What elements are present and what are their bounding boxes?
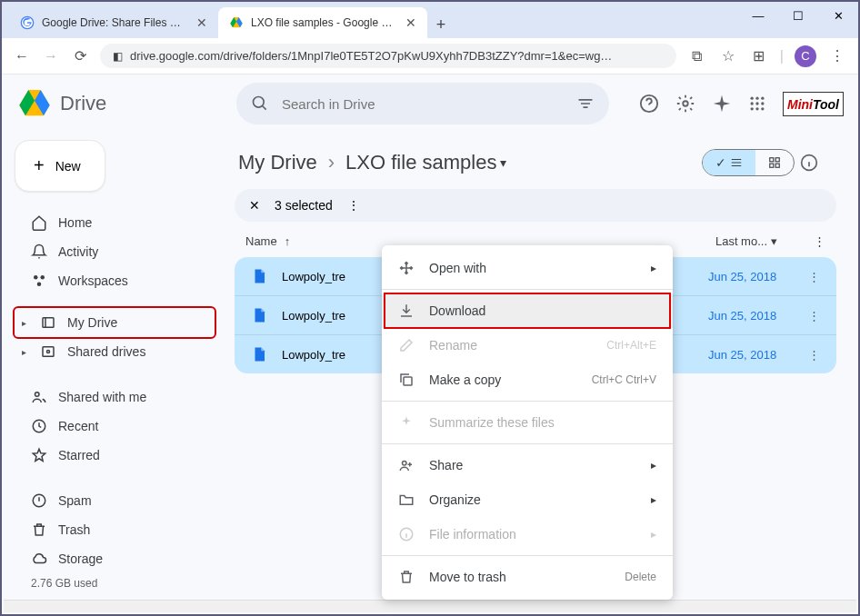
close-tab-icon[interactable]: ✕ bbox=[196, 15, 207, 30]
maximize-button[interactable]: ☐ bbox=[778, 2, 818, 29]
svg-point-6 bbox=[761, 97, 764, 100]
menu-share[interactable]: Share▸ bbox=[382, 448, 673, 482]
trash-icon bbox=[31, 522, 47, 538]
search-options-icon[interactable] bbox=[576, 94, 595, 113]
dropdown-caret-icon: ▾ bbox=[771, 234, 777, 248]
site-info-icon[interactable]: ◧ bbox=[113, 50, 123, 63]
search-bar[interactable] bbox=[236, 83, 609, 124]
minitool-logo: MiniTool bbox=[783, 92, 844, 116]
close-window-button[interactable]: ✕ bbox=[818, 2, 858, 29]
browser-tab-1[interactable]: LXO file samples - Google Drive ✕ bbox=[218, 7, 427, 38]
close-tab-icon[interactable]: ✕ bbox=[405, 15, 416, 30]
drive-icon bbox=[40, 314, 56, 331]
menu-open-with[interactable]: Open with▸ bbox=[382, 251, 673, 285]
help-icon[interactable] bbox=[639, 94, 659, 114]
svg-point-5 bbox=[755, 97, 758, 100]
share-icon bbox=[398, 457, 415, 473]
storage-used-text: 2.76 GB used bbox=[15, 577, 215, 590]
browser-menu-icon[interactable]: ⋮ bbox=[827, 47, 847, 65]
gemini-icon[interactable] bbox=[712, 94, 732, 114]
sidebar-item-storage[interactable]: Storage bbox=[15, 544, 215, 573]
search-input[interactable] bbox=[282, 96, 564, 112]
more-actions-icon[interactable]: ⋮ bbox=[347, 198, 360, 213]
svg-point-8 bbox=[755, 102, 758, 104]
sidebar-item-home[interactable]: Home bbox=[15, 208, 215, 237]
grid-view-button[interactable] bbox=[755, 150, 794, 175]
new-tab-button[interactable]: + bbox=[427, 15, 455, 38]
info-icon[interactable] bbox=[800, 154, 833, 172]
menu-rename: RenameCtrl+Alt+E bbox=[382, 328, 673, 363]
screen-share-icon[interactable]: ⧉ bbox=[687, 48, 707, 65]
selection-count: 3 selected bbox=[275, 198, 333, 213]
close-selection-icon[interactable]: ✕ bbox=[249, 198, 260, 213]
context-menu: Open with▸ Download RenameCtrl+Alt+E Mak… bbox=[382, 245, 673, 600]
svg-rect-17 bbox=[43, 347, 54, 357]
list-view-button[interactable]: ✓ bbox=[703, 150, 755, 175]
apps-icon[interactable] bbox=[748, 94, 766, 113]
tab-title: LXO file samples - Google Drive bbox=[251, 16, 398, 29]
col-last-modified[interactable]: Last mo...▾ bbox=[715, 234, 777, 248]
file-modified: Jun 25, 2018 bbox=[708, 309, 790, 323]
star-icon bbox=[31, 447, 47, 463]
row-more-icon[interactable]: ⋮ bbox=[808, 270, 820, 283]
menu-make-copy[interactable]: Make a copyCtrl+C Ctrl+V bbox=[382, 363, 673, 397]
file-name: Lowpoly_tre bbox=[282, 348, 373, 362]
minimize-button[interactable]: — bbox=[738, 2, 778, 29]
more-columns-icon[interactable]: ⋮ bbox=[814, 234, 825, 248]
home-icon bbox=[31, 214, 47, 231]
sidebar-item-starred[interactable]: Starred bbox=[15, 441, 215, 470]
breadcrumb: My Drive › LXO file samples▾ ✓ bbox=[227, 140, 844, 185]
workspaces-icon bbox=[31, 273, 47, 289]
sidebar-item-activity[interactable]: Activity bbox=[15, 237, 215, 266]
svg-point-11 bbox=[755, 107, 758, 110]
settings-icon[interactable] bbox=[675, 94, 695, 114]
expand-icon[interactable]: ▸ bbox=[22, 347, 29, 357]
col-name[interactable]: Name bbox=[245, 234, 277, 248]
sidebar-item-shared-with-me[interactable]: Shared with me bbox=[15, 383, 215, 412]
menu-file-info: File information▸ bbox=[382, 517, 673, 551]
file-name: Lowpoly_tre bbox=[282, 309, 373, 323]
sidebar-item-recent[interactable]: Recent bbox=[15, 412, 215, 441]
breadcrumb-current[interactable]: LXO file samples▾ bbox=[345, 151, 506, 174]
menu-organize[interactable]: Organize▸ bbox=[382, 482, 673, 517]
drive-logo[interactable]: Drive bbox=[16, 85, 225, 122]
open-with-icon bbox=[398, 260, 415, 276]
reload-button[interactable]: ⟳ bbox=[71, 47, 89, 65]
menu-move-to-trash[interactable]: Move to trashDelete bbox=[382, 560, 673, 594]
sidebar-item-trash[interactable]: Trash bbox=[15, 515, 215, 544]
bookmark-icon[interactable]: ☆ bbox=[718, 47, 738, 65]
menu-download[interactable]: Download bbox=[382, 293, 673, 328]
shared-drives-icon bbox=[40, 343, 56, 360]
profile-avatar[interactable]: C bbox=[795, 45, 816, 67]
file-icon bbox=[251, 346, 267, 363]
breadcrumb-root[interactable]: My Drive bbox=[238, 151, 317, 174]
new-button[interactable]: + New bbox=[15, 140, 105, 192]
expand-icon[interactable]: ▸ bbox=[22, 318, 29, 328]
svg-point-14 bbox=[41, 275, 45, 280]
sidebar-item-spam[interactable]: Spam bbox=[15, 486, 215, 515]
sidebar-item-workspaces[interactable]: Workspaces bbox=[15, 266, 215, 295]
trash-icon bbox=[398, 569, 415, 585]
browser-toolbar: ← → ⟳ ◧ drive.google.com/drive/folders/1… bbox=[2, 38, 858, 75]
drive-header: Drive MiniTool bbox=[2, 75, 858, 133]
svg-point-19 bbox=[35, 392, 40, 397]
browser-tab-0[interactable]: Google Drive: Share Files Online ✕ bbox=[9, 7, 218, 38]
extensions-icon[interactable]: ⊞ bbox=[749, 47, 769, 65]
row-more-icon[interactable]: ⋮ bbox=[808, 348, 820, 362]
plus-icon: + bbox=[34, 155, 45, 176]
selection-bar: ✕ 3 selected ⋮ bbox=[235, 189, 836, 222]
svg-point-28 bbox=[403, 462, 407, 466]
address-bar[interactable]: ◧ drive.google.com/drive/folders/1MnpI7l… bbox=[100, 44, 676, 68]
copy-icon bbox=[398, 372, 415, 388]
row-more-icon[interactable]: ⋮ bbox=[808, 309, 820, 323]
horizontal-scrollbar[interactable] bbox=[4, 600, 856, 612]
sort-asc-icon[interactable]: ↑ bbox=[285, 234, 291, 248]
svg-point-13 bbox=[34, 275, 38, 280]
tab-title: Google Drive: Share Files Online bbox=[42, 16, 189, 29]
back-button[interactable]: ← bbox=[13, 48, 31, 65]
search-icon bbox=[251, 94, 269, 113]
sidebar-item-my-drive[interactable]: ▸My Drive bbox=[15, 308, 215, 337]
sidebar-item-shared-drives[interactable]: ▸Shared drives bbox=[15, 337, 215, 366]
forward-button[interactable]: → bbox=[42, 48, 60, 65]
svg-rect-27 bbox=[404, 377, 412, 385]
